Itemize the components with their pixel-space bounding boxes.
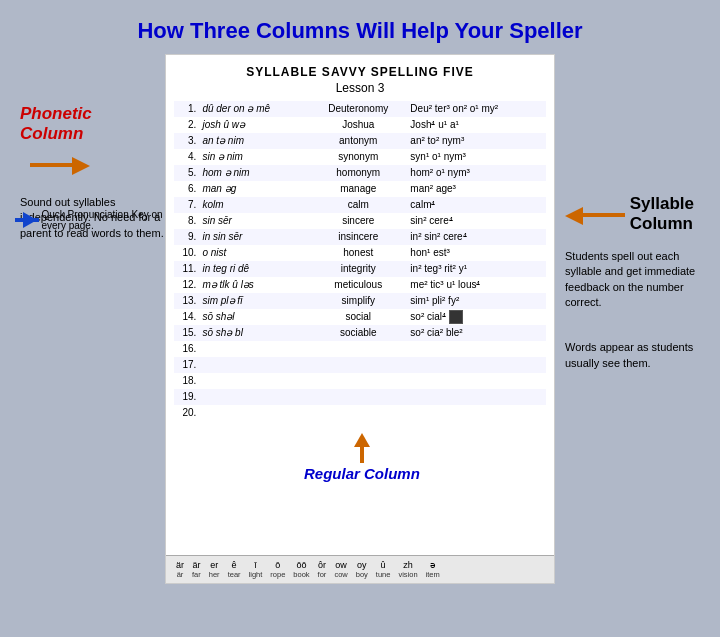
syllable-column-label: Syllable Column (625, 194, 694, 235)
row-number: 3. (174, 133, 199, 149)
syllable-cell (407, 405, 546, 421)
pronunciation-bar: ärärärfarerherêtearīlightōropeōōbookôrfo… (166, 555, 554, 583)
syllable-cell: an² to² nym³ (407, 133, 546, 149)
regular-cell: simplify (309, 293, 407, 309)
row-number: 9. (174, 229, 199, 245)
syllable-cell: so² cia² ble² (407, 325, 546, 341)
syllable-cell: so² cial⁴ (407, 309, 546, 325)
phonetic-cell: josh û wə (199, 117, 309, 133)
doc-subtitle: Lesson 3 (174, 81, 546, 95)
table-row: 20. (174, 405, 546, 421)
regular-cell: antonym (309, 133, 407, 149)
pronunciation-item: ōōbook (293, 560, 309, 579)
phonetic-cell: o nist (199, 245, 309, 261)
table-row: 8.sin sērsinceresin² cere⁴ (174, 213, 546, 229)
pronunciation-key-arrow (15, 210, 37, 230)
pron-main: ê (232, 560, 237, 570)
regular-cell: synonym (309, 149, 407, 165)
phonetic-cell (199, 405, 309, 421)
syllable-cell: hon¹ est³ (407, 245, 546, 261)
pronunciation-item: īlight (249, 560, 263, 579)
syllable-cell: sim¹ pli² fy² (407, 293, 546, 309)
row-number: 7. (174, 197, 199, 213)
pronunciation-key-area: Quck Pronunciation Key on every page. (15, 209, 165, 231)
regular-cell (309, 373, 407, 389)
phonetic-arrow (30, 155, 90, 175)
pronunciation-item: erher (209, 560, 220, 579)
left-annotation: PhoneticColumn Sound out syllables indep… (10, 54, 165, 241)
doc-title: SYLLABLE SAVVY SPELLING FIVE (174, 65, 546, 79)
row-number: 10. (174, 245, 199, 261)
pron-sub: tear (228, 570, 241, 579)
table-row: 7.kolmcalmcalm⁴ (174, 197, 546, 213)
row-number: 17. (174, 357, 199, 373)
regular-cell: sincere (309, 213, 407, 229)
regular-cell: calm (309, 197, 407, 213)
pron-main: ow (335, 560, 347, 570)
pronunciation-item: ûtune (376, 560, 391, 579)
regular-cell: insincere (309, 229, 407, 245)
phonetic-cell (199, 373, 309, 389)
regular-cell: sociable (309, 325, 407, 341)
regular-column-label: Regular Column (304, 465, 420, 483)
input-box[interactable] (449, 310, 463, 324)
regular-column-label-area: Regular Column (304, 433, 420, 483)
pron-sub: är (177, 570, 184, 579)
phonetic-cell: sō shə bl (199, 325, 309, 341)
pron-main: ôr (318, 560, 326, 570)
syllable-cell: syn¹ o¹ nym³ (407, 149, 546, 165)
phonetic-cell: in sin sēr (199, 229, 309, 245)
table-row: 12.mə tlk û ləsmeticulousme² tic³ u¹ lou… (174, 277, 546, 293)
pron-sub: light (249, 570, 263, 579)
phonetic-cell: an tə nim (199, 133, 309, 149)
pron-main: ō (275, 560, 280, 570)
syllable-cell (407, 341, 546, 357)
pron-sub: for (318, 570, 327, 579)
row-number: 11. (174, 261, 199, 277)
syllable-cell (407, 389, 546, 405)
pronunciation-item: əitem (426, 560, 440, 579)
phonetic-cell: hom ə nim (199, 165, 309, 181)
syllable-cell (407, 373, 546, 389)
pronunciation-item: ōrope (270, 560, 285, 579)
right-annotation: Syllable Column Students spell out each … (555, 54, 710, 371)
phonetic-cell: mə tlk û ləs (199, 277, 309, 293)
phonetic-cell: sin ə nim (199, 149, 309, 165)
phonetic-cell: sin sēr (199, 213, 309, 229)
table-row: 5.hom ə nimhomonymhom² o¹ nym³ (174, 165, 546, 181)
row-number: 16. (174, 341, 199, 357)
syllable-cell: man² age³ (407, 181, 546, 197)
regular-column-arrow (354, 433, 370, 463)
table-row: 9.in sin sērinsincerein² sin² cere⁴ (174, 229, 546, 245)
regular-cell: social (309, 309, 407, 325)
phonetic-cell: in teg ri dê (199, 261, 309, 277)
page-title: How Three Columns Will Help Your Speller (0, 0, 720, 54)
row-number: 13. (174, 293, 199, 309)
table-row: 4.sin ə nimsynonymsyn¹ o¹ nym³ (174, 149, 546, 165)
document-paper: SYLLABLE SAVVY SPELLING FIVE Lesson 3 1.… (165, 54, 555, 584)
syllable-cell: Deu² ter³ on² o¹ my² (407, 101, 546, 117)
pronunciation-key-label: Quck Pronunciation Key on every page. (41, 209, 165, 231)
regular-cell: Deuteronomy (309, 101, 407, 117)
syllable-cell: calm⁴ (407, 197, 546, 213)
row-number: 2. (174, 117, 199, 133)
pron-sub: item (426, 570, 440, 579)
pron-main: är (192, 560, 200, 570)
row-number: 8. (174, 213, 199, 229)
row-number: 18. (174, 373, 199, 389)
row-number: 20. (174, 405, 199, 421)
regular-cell (309, 405, 407, 421)
phonetic-column-label: PhoneticColumn (20, 104, 165, 145)
pron-main: er (210, 560, 218, 570)
pron-sub: cow (334, 570, 347, 579)
row-number: 4. (174, 149, 199, 165)
regular-cell: integrity (309, 261, 407, 277)
pronunciation-item: ärfar (192, 560, 201, 579)
row-number: 6. (174, 181, 199, 197)
table-row: 10.o nisthonesthon¹ est³ (174, 245, 546, 261)
syllable-cell: in² sin² cere⁴ (407, 229, 546, 245)
regular-cell: homonym (309, 165, 407, 181)
pron-main: ōō (296, 560, 306, 570)
row-number: 19. (174, 389, 199, 405)
pron-main: û (381, 560, 386, 570)
